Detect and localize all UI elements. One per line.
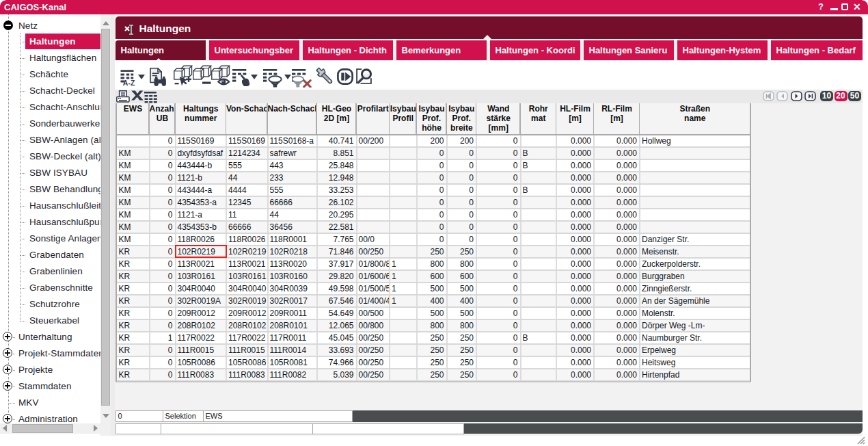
svg-text:A-Z: A-Z xyxy=(122,79,135,86)
